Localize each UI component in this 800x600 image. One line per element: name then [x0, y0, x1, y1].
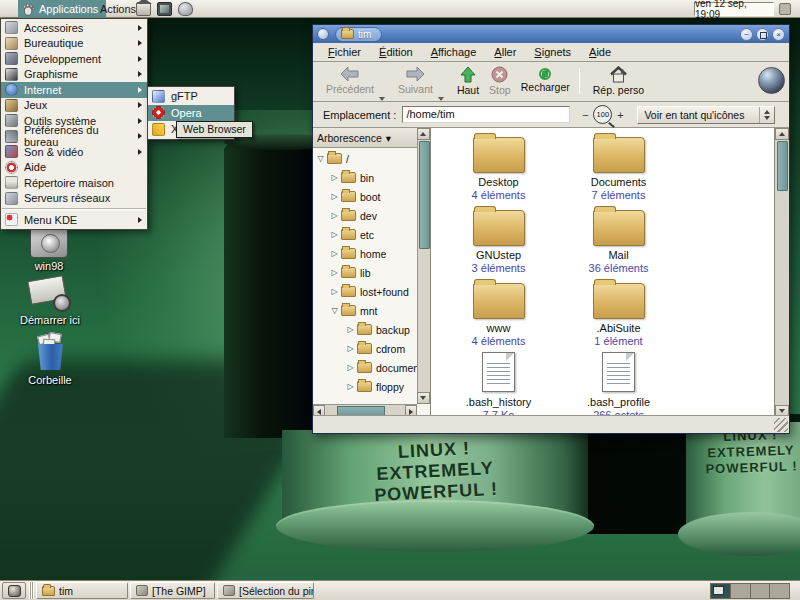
zoom-level-indicator[interactable]: 100: [593, 105, 612, 124]
tree-item-lost-found[interactable]: ▷ lost+found: [313, 282, 417, 301]
file-item-www[interactable]: www 4 éléments: [444, 283, 554, 347]
file-item-abisuite[interactable]: .AbiSuite 1 élément: [564, 283, 674, 347]
file-item-bash-profile[interactable]: .bash_profile 266 octets: [564, 352, 674, 417]
forward-button[interactable]: Suivant: [393, 65, 438, 99]
workspace-1[interactable]: [711, 584, 731, 598]
desktop-icon-start-here[interactable]: Démarrer ici: [2, 274, 98, 326]
back-history-dropdown-icon[interactable]: [379, 97, 385, 101]
window-menu-button[interactable]: [317, 28, 329, 40]
scroll-up-icon[interactable]: [775, 128, 789, 140]
tree-expander-icon[interactable]: ▷: [329, 287, 340, 296]
up-button[interactable]: Haut: [452, 65, 484, 99]
scroll-down-icon[interactable]: [417, 392, 430, 404]
tree-expander-icon[interactable]: ▷: [345, 325, 356, 334]
tree-item-backup[interactable]: ▷ backup: [313, 320, 417, 339]
tree-expander-icon[interactable]: ▷: [329, 192, 340, 201]
forward-history-dropdown-icon[interactable]: [438, 97, 444, 101]
tree-expander-icon[interactable]: ▽: [315, 154, 326, 163]
actions-menu-button[interactable]: Actions: [96, 1, 140, 17]
file-item-mail[interactable]: Mail 36 éléments: [564, 210, 674, 274]
back-button[interactable]: Précédent: [321, 65, 379, 99]
tree-expander-icon[interactable]: ▷: [329, 230, 340, 239]
tree-expander-icon[interactable]: ▷: [329, 211, 340, 220]
menu-item-accessoires[interactable]: Accessoires: [1, 20, 147, 36]
panel-applet-icon[interactable]: [779, 3, 791, 15]
task-button-gimp[interactable]: [The GIMP]: [130, 582, 215, 599]
home-launcher-icon[interactable]: [136, 2, 151, 16]
home-button[interactable]: Rép. perso: [588, 65, 649, 99]
workspace-2[interactable]: [731, 584, 751, 598]
tree-expander-icon[interactable]: ▷: [329, 268, 340, 277]
menu-item-menu-kde[interactable]: Menu KDE: [1, 212, 147, 228]
file-view-scrollbar[interactable]: [774, 128, 789, 417]
tree-expander-icon[interactable]: ▷: [345, 382, 356, 391]
workspace-3[interactable]: [751, 584, 771, 598]
stop-button[interactable]: Stop: [484, 65, 516, 99]
menu-aide[interactable]: Aide: [580, 46, 620, 58]
zoom-out-button[interactable]: −: [580, 109, 590, 121]
terminal-launcher-icon[interactable]: [157, 2, 172, 16]
menu-item-developpement[interactable]: Développement: [1, 51, 147, 67]
resize-grip[interactable]: [774, 418, 788, 432]
task-button-selection[interactable]: [Sélection du pin: [217, 582, 314, 599]
tree-item-lib[interactable]: ▷ lib: [313, 263, 417, 282]
spinner-arrows-icon[interactable]: [759, 107, 774, 123]
workspace-4[interactable]: [770, 584, 789, 598]
tree-item-document[interactable]: ▷ document: [313, 358, 417, 377]
scrollbar-thumb[interactable]: [419, 141, 430, 249]
menu-item-internet[interactable]: Internet: [1, 82, 147, 98]
maximize-button[interactable]: [756, 28, 769, 41]
tree-expander-icon[interactable]: ▽: [329, 306, 340, 315]
tree-expander-icon[interactable]: ▷: [329, 173, 340, 182]
zoom-in-button[interactable]: +: [615, 109, 625, 121]
tree-expander-icon[interactable]: ▷: [329, 249, 340, 258]
file-item-documents[interactable]: Documents 7 éléments: [564, 137, 674, 201]
task-button-tim[interactable]: tim: [36, 582, 128, 599]
tree-expander-icon[interactable]: ▷: [345, 344, 356, 353]
tree-item-floppy[interactable]: ▷ floppy: [313, 377, 417, 396]
tree-item-root[interactable]: ▽ /: [313, 149, 417, 168]
tree-item-cdrom[interactable]: ▷ cdrom: [313, 339, 417, 358]
scrollbar-thumb[interactable]: [777, 141, 788, 191]
submenu-item-opera[interactable]: Opera: [148, 105, 234, 122]
minimize-button[interactable]: −: [740, 28, 753, 41]
sidebar-dropdown-icon[interactable]: ▾: [386, 132, 391, 144]
menu-edition[interactable]: Édition: [370, 46, 422, 58]
reload-button[interactable]: Recharger: [516, 65, 575, 99]
sidebar-header[interactable]: Arborescence ▾ ×: [313, 128, 430, 148]
sidebar-vertical-scrollbar[interactable]: [417, 128, 430, 404]
file-item-desktop[interactable]: Desktop 4 éléments: [444, 137, 554, 201]
menu-item-preferences-bureau[interactable]: Préférences du bureau: [1, 129, 147, 145]
scroll-up-icon[interactable]: [417, 128, 430, 140]
menu-item-graphisme[interactable]: Graphisme: [1, 67, 147, 83]
clock-applet[interactable]: ven 12 sep, 19:09: [694, 2, 774, 16]
menu-aller[interactable]: Aller: [485, 46, 525, 58]
menu-signets[interactable]: Signets: [525, 46, 580, 58]
taskbar-handle[interactable]: [29, 582, 34, 599]
desktop-icon-win98[interactable]: win98: [16, 226, 82, 272]
view-mode-select[interactable]: Voir en tant qu'icônes: [637, 106, 775, 124]
tree-item-etc[interactable]: ▷ etc: [313, 225, 417, 244]
file-item-bash-history[interactable]: .bash_history 7,7 Ko: [444, 352, 554, 417]
menu-item-serveurs-reseaux[interactable]: Serveurs réseaux: [1, 191, 147, 207]
menu-item-repertoire-maison[interactable]: Répertoire maison: [1, 175, 147, 191]
menu-fichier[interactable]: Fichier: [319, 46, 370, 58]
taskbar-applet-button[interactable]: [2, 582, 26, 599]
tree-item-boot[interactable]: ▷ boot: [313, 187, 417, 206]
desktop-icon-trash[interactable]: Corbeille: [14, 332, 86, 386]
tree-item-dev[interactable]: ▷ dev: [313, 206, 417, 225]
tree-item-mnt[interactable]: ▽ mnt: [313, 301, 417, 320]
tree-expander-icon[interactable]: ▷: [345, 363, 356, 372]
applications-menu-button[interactable]: Applications: [18, 0, 106, 18]
close-button[interactable]: ×: [772, 28, 785, 41]
menu-item-bureautique[interactable]: Bureautique: [1, 36, 147, 52]
menu-item-aide[interactable]: Aide: [1, 160, 147, 176]
menu-affichage[interactable]: Affichage: [422, 46, 486, 58]
menu-item-jeux[interactable]: Jeux: [1, 98, 147, 114]
titlebar[interactable]: tim − ×: [313, 25, 789, 43]
tree-item-home[interactable]: ▷ home: [313, 244, 417, 263]
location-input[interactable]: /home/tim: [402, 106, 570, 123]
browser-launcher-icon[interactable]: [178, 2, 193, 16]
file-item-gnustep[interactable]: GNUstep 3 éléments: [444, 210, 554, 274]
submenu-item-gftp[interactable]: gFTP: [148, 88, 234, 105]
